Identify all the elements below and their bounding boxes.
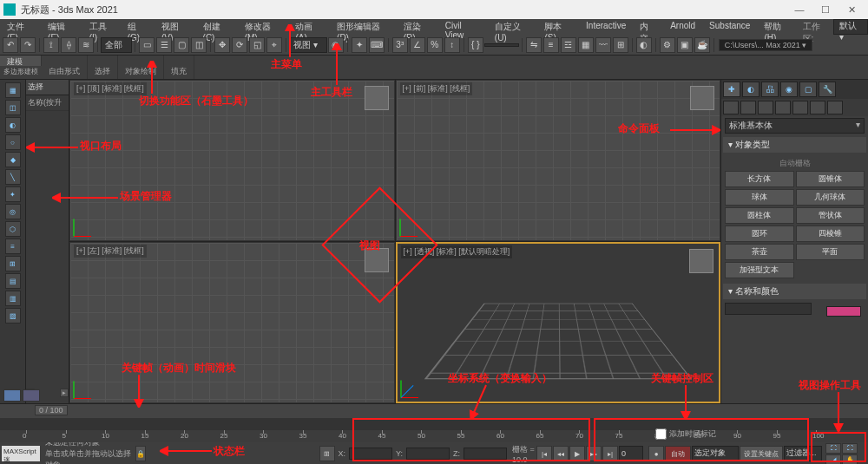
primitive-button[interactable]: 圆环: [725, 225, 794, 242]
toolbar-icon[interactable]: ○: [5, 134, 21, 150]
named-selection-button[interactable]: { }: [468, 37, 483, 53]
primitive-button[interactable]: 平面: [796, 244, 865, 260]
object-type-rollout[interactable]: 对象类型: [723, 137, 866, 153]
toolbar-icon[interactable]: ▦: [5, 82, 21, 98]
primitive-button[interactable]: 加强型文本: [725, 262, 794, 278]
toolbar-icon[interactable]: ▤: [5, 273, 21, 289]
ribbon-panel-objectpaint[interactable]: 对象绘制: [118, 56, 164, 79]
toolbar-icon[interactable]: ⬡: [5, 221, 21, 237]
menu-item[interactable]: 脚本(S): [537, 19, 579, 35]
viewcube-icon[interactable]: [365, 248, 389, 272]
close-button[interactable]: ✕: [838, 4, 865, 16]
menu-item[interactable]: Arnold: [663, 19, 702, 35]
utilities-tab[interactable]: 🔧: [819, 82, 836, 97]
spinner-snap-button[interactable]: ↕: [444, 37, 460, 53]
primitive-button[interactable]: 四棱锥: [796, 225, 865, 242]
ribbon-panel-populate[interactable]: 填充: [164, 56, 194, 79]
display-tab[interactable]: ▢: [799, 82, 817, 97]
viewport-label[interactable]: [+] [前] [标准] [线框]: [400, 82, 473, 95]
toolbar-icon[interactable]: ◎: [5, 204, 21, 219]
unlink-button[interactable]: ⟠: [61, 37, 76, 53]
undo-button[interactable]: ↶: [3, 37, 18, 53]
curve-editor-button[interactable]: 〰: [595, 37, 611, 53]
link-button[interactable]: ⟟: [43, 37, 59, 53]
primitive-button[interactable]: 管状体: [796, 207, 865, 224]
maxscript-listener[interactable]: MAXScript 迷: [2, 446, 40, 461]
viewport-perspective[interactable]: [+] [透视] [标准] [默认明暗处理]: [396, 242, 721, 403]
menu-item[interactable]: 组(G): [121, 19, 155, 35]
lock-selection-button[interactable]: 🔒: [135, 446, 146, 461]
select-scale-button[interactable]: ◱: [249, 37, 265, 53]
create-tab[interactable]: ✚: [723, 82, 740, 97]
ribbon-panel-selection[interactable]: 选择: [88, 56, 118, 79]
maximize-button[interactable]: ☐: [812, 4, 838, 16]
primitive-button[interactable]: 球体: [725, 189, 794, 206]
toolbar-icon[interactable]: ▨: [5, 308, 21, 323]
material-editor-button[interactable]: ◐: [636, 37, 652, 53]
align-button[interactable]: ≡: [543, 37, 559, 53]
toolbar-icon[interactable]: ≡: [5, 239, 21, 254]
prev-frame-button[interactable]: ◂◂: [553, 446, 569, 461]
key-mode-dropdown[interactable]: 选定对象: [692, 446, 739, 461]
menu-item[interactable]: Interactive: [579, 19, 633, 35]
goto-start-button[interactable]: |◂: [536, 446, 552, 461]
primitive-button[interactable]: 茶壶: [725, 244, 794, 260]
workspace-dropdown[interactable]: 默认 ▾: [833, 19, 868, 35]
viewport-label[interactable]: [+] [顶] [标准] [线框]: [74, 82, 147, 95]
toolbar-icon[interactable]: ▥: [5, 291, 21, 306]
menu-item[interactable]: 动画(A): [288, 19, 330, 35]
toggle-ribbon-button[interactable]: ▦: [578, 37, 594, 53]
toolbar-icon[interactable]: ✦: [5, 186, 21, 202]
viewport-label[interactable]: [+] [左] [标准] [线框]: [74, 245, 147, 258]
cameras-subtab[interactable]: [775, 101, 791, 114]
primitive-button[interactable]: 几何球体: [796, 189, 865, 206]
menu-item[interactable]: 内容: [633, 19, 663, 35]
spacewarps-subtab[interactable]: [810, 101, 825, 114]
absolute-mode-button[interactable]: ⊞: [319, 446, 335, 461]
bind-spacewarp-button[interactable]: ≋: [78, 37, 94, 53]
field-of-view-button[interactable]: ◢: [825, 454, 841, 465]
menu-item[interactable]: 修改器(M): [238, 19, 289, 35]
toolbar-icon[interactable]: ╲: [5, 169, 21, 185]
name-color-rollout[interactable]: 名称和颜色: [723, 284, 866, 299]
menu-item[interactable]: 渲染(R): [397, 19, 438, 35]
z-coord-input[interactable]: [464, 448, 507, 460]
zoom-extents-button[interactable]: ⛶: [825, 443, 841, 454]
play-button[interactable]: ▶: [569, 446, 585, 461]
viewport-front[interactable]: [+] [前] [标准] [线框]: [396, 80, 721, 241]
angle-snap-button[interactable]: ∠: [410, 37, 425, 53]
viewport-left[interactable]: [+] [左] [标准] [线框]: [69, 242, 395, 403]
zoom-extents-all-button[interactable]: ⛶: [842, 443, 858, 454]
primitive-type-dropdown[interactable]: 标准基本体: [725, 118, 865, 134]
ribbon-panel-freeform[interactable]: 自由形式: [42, 56, 88, 79]
select-place-button[interactable]: ⌖: [266, 37, 282, 53]
modify-tab[interactable]: ◐: [742, 82, 760, 97]
y-coord-input[interactable]: [406, 448, 450, 460]
keyboard-shortcut-button[interactable]: ⌨: [369, 37, 385, 53]
redo-button[interactable]: ↷: [20, 37, 36, 53]
snap-3-button[interactable]: 3³: [392, 37, 408, 53]
set-keys-button[interactable]: 设置关键点: [740, 446, 783, 461]
select-region-button[interactable]: ▢: [174, 37, 189, 53]
render-frame-button[interactable]: ▣: [677, 37, 693, 53]
add-time-tag-checkbox[interactable]: [655, 428, 667, 440]
helpers-subtab[interactable]: [792, 101, 808, 114]
time-slider-label[interactable]: 0 / 100: [35, 405, 68, 415]
layer-explorer-button[interactable]: ☲: [561, 37, 576, 53]
track-bar[interactable]: [0, 418, 868, 430]
render-button[interactable]: ☕: [694, 37, 710, 53]
mirror-button[interactable]: ⇋: [526, 37, 542, 53]
add-time-tag[interactable]: 添加时间标记: [655, 428, 716, 440]
x-coord-input[interactable]: [349, 448, 392, 460]
render-setup-button[interactable]: ⚙: [660, 37, 675, 53]
key-filter-dropdown[interactable]: 过滤器...: [784, 446, 822, 461]
menu-item[interactable]: 帮助(H): [757, 19, 799, 35]
viewcube-icon[interactable]: [689, 249, 713, 273]
select-object-button[interactable]: ▭: [139, 37, 155, 53]
layout-preset-button[interactable]: [3, 389, 21, 402]
set-key-button[interactable]: ●: [648, 446, 664, 461]
hierarchy-tab[interactable]: 品: [761, 82, 779, 97]
ribbon-subtab[interactable]: 多边形建模: [0, 66, 42, 77]
ribbon-tab-modeling[interactable]: 建模: [0, 56, 42, 66]
menu-item[interactable]: Civil View: [438, 19, 488, 35]
